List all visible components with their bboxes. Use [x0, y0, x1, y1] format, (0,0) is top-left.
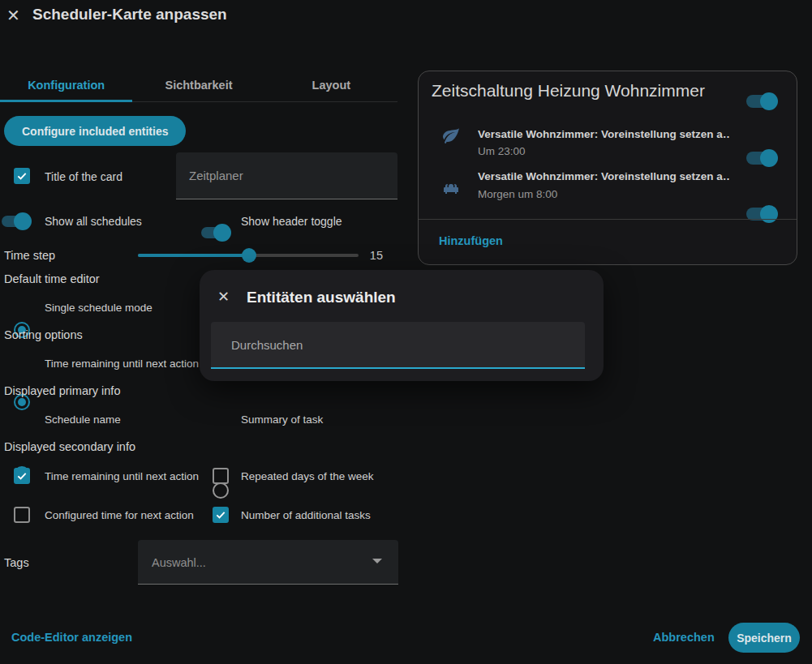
show-header-toggle-toggle[interactable] — [201, 227, 229, 238]
additional-tasks-checkbox[interactable] — [213, 507, 229, 523]
configured-time-checkbox[interactable] — [14, 507, 30, 523]
schedule-row-subtitle: Morgen um 8:00 — [478, 188, 557, 200]
sofa-icon — [441, 178, 461, 198]
schedule-row-subtitle: Um 23:00 — [478, 145, 526, 157]
primary-info-heading: Displayed primary info — [4, 384, 120, 397]
tags-label: Tags — [4, 556, 29, 569]
card-title-field — [176, 152, 397, 199]
scheduler-card-edit-dialog: ✕ Scheduler-Karte anpassen Konfiguration… — [0, 0, 812, 664]
entity-search-input[interactable] — [211, 322, 585, 367]
tab-layout[interactable]: Layout — [265, 69, 397, 101]
dialog-close-icon[interactable]: ✕ — [6, 6, 20, 24]
toggle-thumb — [760, 205, 778, 223]
card-header-toggle[interactable] — [746, 95, 775, 108]
repeated-days-checkbox[interactable] — [213, 468, 229, 484]
chevron-down-icon — [372, 559, 382, 563]
entity-search-field — [211, 322, 585, 369]
repeated-days-label: Repeated days of the week — [241, 470, 374, 482]
title-of-card-checkbox[interactable] — [14, 168, 30, 184]
tab-sichtbarkeit[interactable]: Sichtbarkeit — [132, 69, 264, 101]
single-schedule-mode-label: Single schedule mode — [45, 302, 153, 314]
check-icon — [16, 470, 28, 482]
check-icon — [16, 170, 28, 182]
preview-card-title: Zeitschaltung Heizung Wohnzimmer — [432, 81, 705, 101]
configure-included-entities-button[interactable]: Configure included entities — [4, 116, 186, 146]
configured-time-label: Configured time for next action — [45, 509, 194, 521]
scheduler-preview-card: Zeitschaltung Heizung Wohnzimmer Versati… — [418, 71, 797, 265]
additional-tasks-label: Number of additional tasks — [241, 509, 371, 521]
tags-placeholder: Auswahl... — [152, 556, 206, 569]
toggle-thumb — [760, 92, 778, 110]
time-step-label: Time step — [4, 249, 55, 262]
schedule-row-toggle[interactable] — [746, 152, 775, 165]
check-icon — [215, 509, 226, 520]
time-remaining-checkbox[interactable] — [14, 468, 30, 484]
modal-title: Entitäten auswählen — [247, 289, 396, 306]
card-title-input[interactable] — [176, 152, 397, 199]
schedule-name-label: Schedule name — [45, 413, 121, 426]
show-all-schedules-toggle[interactable] — [2, 216, 29, 227]
summary-of-task-label: Summary of task — [241, 413, 323, 426]
sorting-time-remaining-label: Time remaining until next action — [45, 358, 199, 370]
sorting-options-heading: Sorting options — [4, 328, 83, 341]
save-button[interactable]: Speichern — [728, 623, 800, 653]
add-schedule-link[interactable]: Hinzufügen — [439, 234, 503, 247]
default-time-editor-heading: Default time editor — [4, 272, 100, 285]
entity-picker-modal: ✕ Entitäten auswählen — [200, 270, 604, 381]
toggle-thumb — [213, 224, 231, 242]
radio-dot — [18, 398, 26, 406]
time-step-value: 15 — [350, 249, 383, 262]
schedule-row-title[interactable]: Versatile Wohnzimmer: Voreinstellung set… — [478, 170, 729, 182]
title-of-card-label: Title of the card — [45, 170, 122, 183]
dialog-title: Scheduler-Karte anpassen — [32, 6, 227, 24]
card-divider — [419, 219, 797, 220]
tab-konfiguration[interactable]: Konfiguration — [0, 69, 132, 101]
modal-close-icon[interactable]: ✕ — [217, 288, 230, 306]
time-remaining-label: Time remaining until next action — [45, 470, 199, 482]
show-header-toggle-label: Show header toggle — [241, 215, 342, 228]
toggle-thumb — [14, 212, 32, 230]
tags-select[interactable]: Auswahl... — [138, 540, 398, 585]
schedule-row-title[interactable]: Versatile Wohnzimmer: Voreinstellung set… — [478, 128, 729, 140]
time-step-slider[interactable] — [138, 248, 359, 263]
leaf-icon — [441, 126, 461, 145]
toggle-thumb — [760, 149, 778, 167]
show-all-schedules-label: Show all schedules — [45, 215, 142, 228]
slider-thumb[interactable] — [242, 248, 256, 263]
slider-fill — [138, 254, 249, 257]
tab-bar: Konfiguration Sichtbarkeit Layout — [0, 69, 397, 102]
cancel-button[interactable]: Abbrechen — [653, 631, 715, 644]
secondary-info-heading: Displayed secondary info — [4, 440, 135, 453]
summary-of-task-radio[interactable] — [213, 482, 229, 499]
code-editor-link[interactable]: Code-Editor anzeigen — [11, 631, 132, 644]
